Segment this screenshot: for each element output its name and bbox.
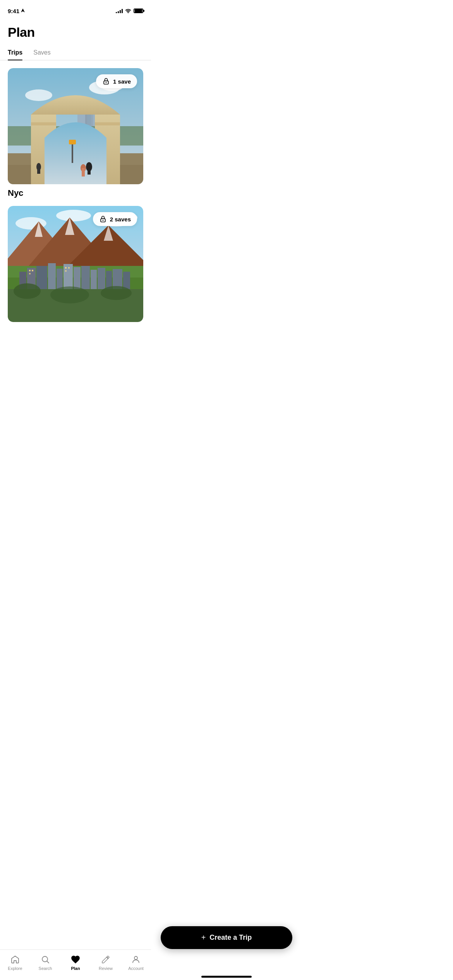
trip-card-nyc[interactable]: 1 save Nyc xyxy=(8,68,143,198)
signal-icon xyxy=(116,9,123,13)
svg-rect-45 xyxy=(81,266,90,289)
wifi-icon xyxy=(125,9,131,13)
trip-title-nyc: Nyc xyxy=(8,184,143,198)
tab-trips[interactable]: Trips xyxy=(8,49,22,60)
svg-rect-16 xyxy=(88,167,91,175)
status-bar: 9:41 xyxy=(0,0,151,19)
page-title: Plan xyxy=(0,19,151,40)
trip-image-alaska: 2 saves xyxy=(8,206,143,322)
svg-rect-53 xyxy=(29,273,31,274)
tab-saves[interactable]: Saves xyxy=(33,49,50,60)
svg-rect-47 xyxy=(98,268,105,289)
svg-rect-46 xyxy=(91,270,97,289)
svg-rect-48 xyxy=(106,271,112,289)
location-arrow-icon xyxy=(21,9,25,13)
saves-count-alaska: 2 saves xyxy=(110,216,131,223)
saves-count-nyc: 1 save xyxy=(113,78,131,85)
save-badge-nyc: 1 save xyxy=(96,74,137,88)
lock-icon-2 xyxy=(99,215,107,223)
svg-rect-14 xyxy=(95,122,120,125)
status-icons xyxy=(116,9,143,13)
svg-rect-51 xyxy=(29,270,31,271)
svg-rect-42 xyxy=(57,269,63,289)
trips-list: 1 save Nyc xyxy=(0,60,151,361)
svg-rect-44 xyxy=(74,267,81,289)
svg-rect-40 xyxy=(36,266,47,289)
battery-icon xyxy=(134,9,143,13)
svg-rect-20 xyxy=(37,167,40,174)
tabs-container: Trips Saves xyxy=(0,40,151,60)
svg-point-60 xyxy=(50,286,89,303)
svg-point-59 xyxy=(101,286,132,300)
svg-rect-50 xyxy=(123,272,130,289)
svg-point-29 xyxy=(56,210,91,221)
trip-card-alaska[interactable]: 2 saves xyxy=(8,206,143,322)
svg-rect-41 xyxy=(48,263,56,289)
svg-point-58 xyxy=(14,283,41,299)
svg-rect-18 xyxy=(82,168,85,176)
trip-image-nyc: 1 save xyxy=(8,68,143,184)
svg-point-62 xyxy=(103,220,104,221)
svg-point-4 xyxy=(25,89,52,101)
svg-rect-52 xyxy=(32,270,33,271)
svg-rect-54 xyxy=(65,267,67,269)
time-display: 9:41 xyxy=(8,8,19,14)
svg-point-0 xyxy=(128,12,129,13)
status-time: 9:41 xyxy=(8,8,25,14)
svg-rect-55 xyxy=(68,267,70,269)
save-badge-alaska: 2 saves xyxy=(93,212,137,226)
svg-rect-22 xyxy=(69,140,76,144)
svg-rect-13 xyxy=(31,122,56,125)
svg-rect-56 xyxy=(65,270,67,272)
lock-icon xyxy=(102,77,110,85)
svg-point-24 xyxy=(106,82,107,83)
